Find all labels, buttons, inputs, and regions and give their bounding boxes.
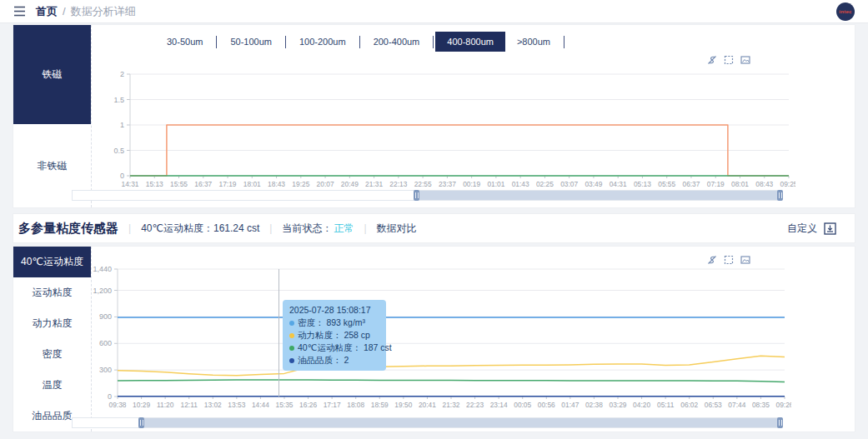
svg-text:03:29: 03:29 bbox=[610, 401, 627, 409]
status-label: 当前状态： bbox=[282, 222, 332, 236]
size-tab[interactable]: 200-400um bbox=[362, 32, 432, 52]
tab-divider bbox=[359, 36, 360, 48]
viscosity-chart-svg: 03006009001,2001,44009:3810:2911:2012:11… bbox=[47, 262, 791, 415]
series-dot-icon bbox=[289, 346, 294, 351]
svg-text:08:35: 08:35 bbox=[752, 401, 770, 409]
svg-text:22:13: 22:13 bbox=[389, 180, 407, 188]
avatar[interactable]: intec bbox=[836, 2, 855, 21]
svg-text:06:02: 06:02 bbox=[680, 401, 698, 409]
series-dot-icon bbox=[289, 321, 294, 326]
svg-text:04:20: 04:20 bbox=[633, 401, 650, 409]
svg-text:17:17: 17:17 bbox=[324, 401, 341, 409]
svg-text:0: 0 bbox=[108, 392, 112, 401]
svg-text:1,200: 1,200 bbox=[93, 287, 112, 295]
particle-panel: 铁磁非铁磁 30-50um50-100um100-200um200-400um4… bbox=[13, 24, 855, 208]
svg-text:05:55: 05:55 bbox=[658, 180, 675, 188]
particle-chart-svg: 00.511.5214:3115:1315:5516:3717:1918:011… bbox=[62, 63, 795, 194]
tab-divider bbox=[216, 36, 217, 48]
chart2-datazoom-right-handle[interactable] bbox=[777, 417, 783, 428]
svg-text:05:13: 05:13 bbox=[634, 180, 651, 188]
data-compare-button[interactable]: 数据对比 bbox=[377, 222, 417, 236]
chart1-datazoom-slider[interactable] bbox=[72, 190, 782, 201]
svg-text:18:59: 18:59 bbox=[371, 401, 389, 409]
svg-text:20:49: 20:49 bbox=[341, 180, 359, 188]
chart1-datazoom-left-handle[interactable] bbox=[414, 190, 419, 201]
size-tab[interactable]: 100-200um bbox=[288, 32, 358, 52]
chart2-datazoom-left-handle[interactable] bbox=[138, 417, 144, 428]
chart2-datazoom-slider[interactable] bbox=[72, 417, 782, 428]
tooltip-row: 密度： 893 kg/m³ bbox=[289, 317, 379, 329]
divider: | bbox=[269, 222, 272, 234]
svg-text:08:43: 08:43 bbox=[755, 180, 773, 188]
svg-text:10:29: 10:29 bbox=[133, 401, 150, 409]
size-tab[interactable]: 30-50um bbox=[155, 32, 214, 52]
svg-text:13:02: 13:02 bbox=[204, 401, 222, 409]
svg-text:11:20: 11:20 bbox=[157, 401, 174, 409]
size-tabs: 30-50um50-100um100-200um200-400um400-800… bbox=[155, 31, 566, 52]
svg-text:00:05: 00:05 bbox=[514, 401, 531, 409]
series-dot-icon bbox=[289, 333, 294, 338]
svg-text:05:11: 05:11 bbox=[657, 401, 675, 409]
svg-text:18:01: 18:01 bbox=[243, 180, 261, 188]
svg-text:15:35: 15:35 bbox=[276, 401, 294, 409]
svg-text:0: 0 bbox=[120, 172, 124, 180]
svg-text:03:07: 03:07 bbox=[560, 180, 578, 188]
svg-text:06:37: 06:37 bbox=[682, 180, 700, 188]
viscosity-section-header: 多参量粘度传感器 | 40℃运动粘度：161.24 cst | 当前状态： 正常… bbox=[13, 213, 855, 243]
chart-tooltip: 2025-07-28 15:08:17 密度： 893 kg/m³动力粘度： 2… bbox=[283, 300, 386, 371]
svg-text:13:53: 13:53 bbox=[228, 401, 245, 409]
svg-text:1,440: 1,440 bbox=[93, 265, 112, 273]
tooltip-timestamp: 2025-07-28 15:08:17 bbox=[289, 304, 379, 317]
viscosity-metric: 40℃运动粘度：161.24 cst bbox=[141, 222, 259, 236]
svg-text:01:01: 01:01 bbox=[487, 180, 504, 188]
svg-text:1.5: 1.5 bbox=[113, 96, 124, 104]
breadcrumb-home-link[interactable]: 首页 bbox=[36, 4, 58, 19]
section-title: 多参量粘度传感器 bbox=[18, 221, 118, 237]
tooltip-row: 40℃运动粘度： 187 cst bbox=[289, 342, 379, 354]
customize-button[interactable]: 自定义 bbox=[787, 222, 817, 236]
svg-text:22:55: 22:55 bbox=[414, 180, 432, 188]
svg-text:600: 600 bbox=[99, 339, 112, 347]
svg-text:900: 900 bbox=[99, 312, 112, 321]
svg-text:16:37: 16:37 bbox=[194, 180, 212, 188]
tab-divider bbox=[285, 36, 286, 48]
svg-text:16:26: 16:26 bbox=[299, 401, 317, 409]
export-icon[interactable] bbox=[824, 222, 836, 235]
svg-text:19:50: 19:50 bbox=[394, 401, 412, 409]
svg-text:01:43: 01:43 bbox=[512, 180, 529, 188]
svg-text:18:08: 18:08 bbox=[347, 401, 364, 409]
axis-pointer-line bbox=[278, 269, 279, 397]
tooltip-row: 动力粘度： 258 cp bbox=[289, 329, 379, 342]
svg-text:09:38: 09:38 bbox=[109, 401, 127, 409]
menu-collapse-icon[interactable] bbox=[13, 6, 26, 17]
tooltip-row: 油品品质： 2 bbox=[289, 354, 379, 367]
svg-text:20:41: 20:41 bbox=[419, 401, 436, 409]
svg-text:21:31: 21:31 bbox=[365, 180, 383, 188]
svg-text:09:26: 09:26 bbox=[776, 401, 791, 409]
svg-text:09:25: 09:25 bbox=[780, 180, 795, 188]
chart2-datazoom-window[interactable] bbox=[141, 418, 781, 427]
svg-text:07:19: 07:19 bbox=[707, 180, 725, 188]
chart1-datazoom-window[interactable] bbox=[417, 191, 781, 200]
size-tab[interactable]: 400-800um bbox=[435, 32, 505, 52]
svg-text:08:01: 08:01 bbox=[731, 180, 749, 188]
size-tab[interactable]: 50-100um bbox=[218, 32, 283, 52]
svg-text:15:55: 15:55 bbox=[170, 180, 188, 188]
chart1-datazoom-right-handle[interactable] bbox=[777, 190, 783, 201]
series-dot-icon bbox=[289, 358, 294, 363]
svg-text:22:23: 22:23 bbox=[466, 401, 484, 409]
svg-text:07:44: 07:44 bbox=[728, 401, 745, 409]
svg-text:00:56: 00:56 bbox=[538, 401, 555, 409]
svg-text:15:13: 15:13 bbox=[146, 180, 163, 188]
svg-text:300: 300 bbox=[99, 366, 112, 374]
divider: | bbox=[364, 222, 366, 234]
svg-text:19:25: 19:25 bbox=[292, 180, 309, 188]
svg-text:00:19: 00:19 bbox=[463, 180, 480, 188]
avatar-logo-text: intec bbox=[839, 9, 852, 14]
size-tab[interactable]: >800um bbox=[505, 32, 562, 52]
svg-text:18:43: 18:43 bbox=[268, 180, 285, 188]
svg-text:2: 2 bbox=[120, 70, 124, 78]
breadcrumb-separator: / bbox=[63, 5, 66, 17]
tab-divider bbox=[564, 36, 564, 48]
svg-text:21:32: 21:32 bbox=[443, 401, 460, 409]
